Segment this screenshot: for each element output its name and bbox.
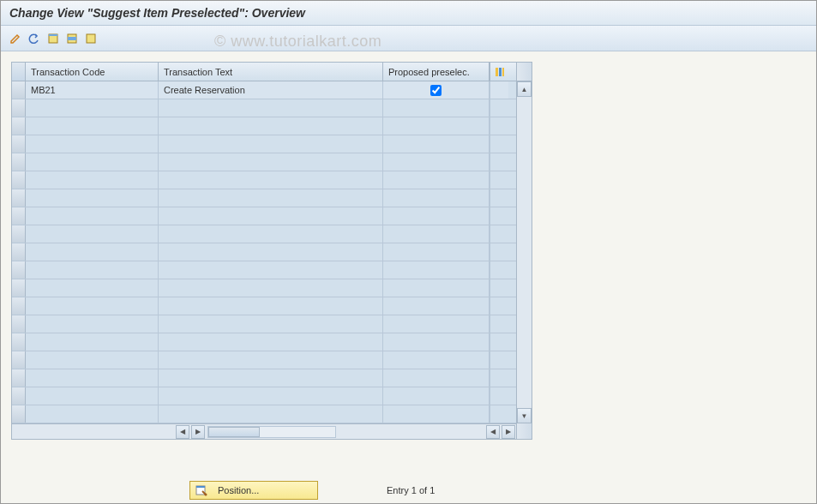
hscroll-track[interactable] [207, 426, 336, 438]
cell-empty[interactable] [383, 369, 490, 387]
cell-empty[interactable] [159, 315, 383, 333]
cell-empty[interactable] [26, 189, 159, 207]
cell-empty[interactable] [383, 153, 490, 171]
cell-empty[interactable] [159, 405, 383, 423]
change-button[interactable] [8, 31, 23, 46]
row-selector[interactable] [12, 99, 26, 117]
cell-empty[interactable] [159, 189, 383, 207]
column-header-tcode[interactable]: Transaction Code [26, 63, 159, 81]
cell-empty[interactable] [26, 261, 159, 279]
cell-empty[interactable] [383, 207, 490, 225]
row-selector-header[interactable] [12, 63, 26, 81]
cell-empty[interactable] [159, 171, 383, 189]
row-selector[interactable] [12, 315, 26, 333]
cell-empty[interactable] [383, 225, 490, 243]
row-selector[interactable] [12, 261, 26, 279]
cell-ttext[interactable]: Create Reservation [159, 81, 383, 99]
vscroll-track[interactable] [517, 97, 532, 408]
row-selector[interactable] [12, 369, 26, 387]
cell-empty[interactable] [383, 297, 490, 315]
cell-empty[interactable] [26, 315, 159, 333]
row-selector[interactable] [12, 153, 26, 171]
row-selector[interactable] [12, 279, 26, 297]
cell-empty[interactable] [26, 333, 159, 351]
cell-empty[interactable] [26, 387, 159, 405]
row-selector[interactable] [12, 333, 26, 351]
cell-empty[interactable] [383, 135, 490, 153]
row-selector[interactable] [12, 189, 26, 207]
cell-empty[interactable] [159, 99, 383, 117]
row-selector[interactable] [12, 207, 26, 225]
scroll-down-button[interactable]: ▼ [517, 408, 532, 423]
cell-empty[interactable] [383, 261, 490, 279]
cell-empty[interactable] [26, 279, 159, 297]
column-header-preselec[interactable]: Proposed preselec. [383, 63, 490, 81]
row-selector[interactable] [12, 135, 26, 153]
page-title: Change View "Suggest Item Preselected": … [9, 6, 305, 20]
undo-button[interactable] [27, 31, 42, 46]
cell-empty[interactable] [26, 405, 159, 423]
cell-empty[interactable] [159, 369, 383, 387]
scroll-right-end-button[interactable]: ▶ [502, 425, 515, 439]
row-selector[interactable] [12, 351, 26, 369]
cell-empty[interactable] [383, 243, 490, 261]
cell-empty[interactable] [159, 225, 383, 243]
cell-empty[interactable] [26, 297, 159, 315]
row-selector[interactable] [12, 117, 26, 135]
row-selector[interactable] [12, 81, 26, 99]
cell-empty[interactable] [26, 153, 159, 171]
cell-empty[interactable] [383, 405, 490, 423]
row-selector[interactable] [12, 405, 26, 423]
cell-empty[interactable] [26, 369, 159, 387]
cell-preselec[interactable] [383, 81, 490, 99]
cell-empty[interactable] [159, 207, 383, 225]
cell-empty[interactable] [159, 153, 383, 171]
cell-empty[interactable] [26, 351, 159, 369]
scroll-up-button[interactable]: ▲ [517, 81, 532, 97]
cell-empty[interactable] [383, 351, 490, 369]
cell-empty[interactable] [159, 333, 383, 351]
cell-empty[interactable] [26, 243, 159, 261]
cell-empty[interactable] [26, 225, 159, 243]
cell-empty[interactable] [26, 207, 159, 225]
cell-empty[interactable] [159, 279, 383, 297]
cell-empty[interactable] [159, 243, 383, 261]
select-block-button[interactable] [64, 31, 80, 46]
cell-empty[interactable] [159, 135, 383, 153]
cell-empty[interactable] [383, 333, 490, 351]
row-selector[interactable] [12, 171, 26, 189]
deselect-all-button[interactable] [83, 31, 99, 46]
hscroll-thumb[interactable] [208, 427, 260, 437]
row-selector[interactable] [12, 243, 26, 261]
position-button[interactable]: Position... [189, 481, 318, 500]
table-config-button[interactable] [490, 63, 508, 81]
cell-empty[interactable] [159, 387, 383, 405]
cell-empty[interactable] [159, 117, 383, 135]
preselec-checkbox[interactable] [430, 85, 442, 96]
cell-tcode[interactable]: MB21 [26, 81, 159, 99]
cell-empty[interactable] [26, 135, 159, 153]
cell-empty[interactable] [383, 279, 490, 297]
cell-empty[interactable] [383, 171, 490, 189]
scroll-left-end-button[interactable]: ◀ [486, 425, 500, 439]
scroll-right-button[interactable]: ▶ [191, 425, 205, 439]
cell-empty[interactable] [159, 261, 383, 279]
cell-empty[interactable] [383, 99, 490, 117]
cell-empty[interactable] [26, 99, 159, 117]
cell-empty[interactable] [383, 387, 490, 405]
select-all-button[interactable] [45, 31, 61, 46]
toolbar [1, 26, 816, 51]
cell-empty[interactable] [383, 315, 490, 333]
column-header-ttext[interactable]: Transaction Text [159, 63, 383, 81]
cell-empty[interactable] [26, 117, 159, 135]
row-selector[interactable] [12, 387, 26, 405]
cell-empty[interactable] [383, 117, 490, 135]
cell-empty[interactable] [159, 297, 383, 315]
cell-empty[interactable] [383, 189, 490, 207]
cell-empty[interactable] [26, 171, 159, 189]
scroll-left-button[interactable]: ◀ [176, 425, 189, 439]
row-selector[interactable] [12, 297, 26, 315]
cell-empty[interactable] [159, 351, 383, 369]
table-row-empty [12, 171, 516, 189]
row-selector[interactable] [12, 225, 26, 243]
